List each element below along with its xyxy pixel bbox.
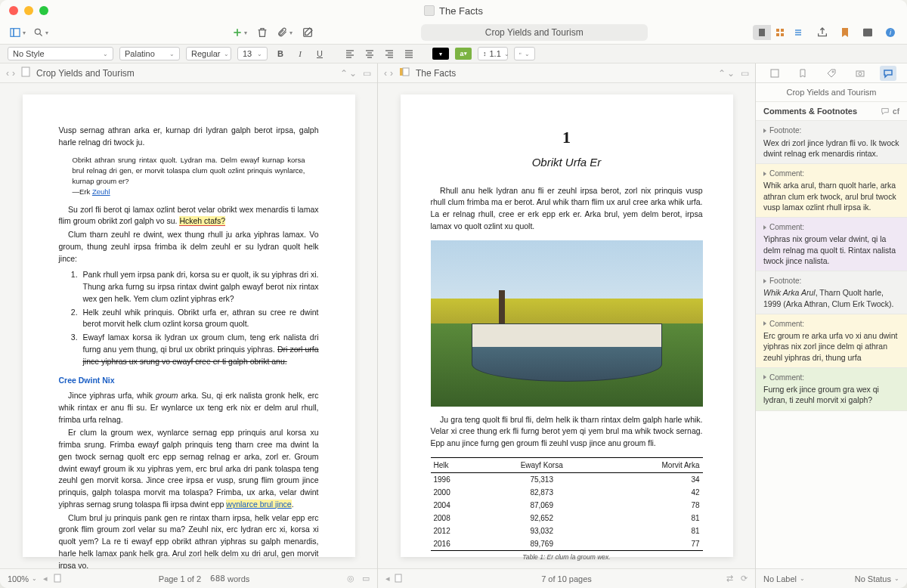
status-select[interactable]: No Status⌄	[855, 574, 899, 583]
align-right-button[interactable]	[382, 47, 396, 60]
note-body: Whik arka arul, tharn quolt harle, arka …	[763, 180, 899, 212]
bold-button[interactable]: B	[274, 47, 287, 60]
highlight-button[interactable]: a▾	[455, 48, 472, 60]
compose-button[interactable]	[300, 25, 315, 40]
document-icon	[424, 5, 435, 16]
preview-doc-title[interactable]: The Facts	[416, 68, 456, 79]
quote-link[interactable]: Zeuhl	[92, 187, 110, 196]
comment-item[interactable]: Footnote:Wex dri zorl jince lydran fli v…	[756, 121, 907, 164]
align-center-button[interactable]	[363, 47, 376, 60]
svg-rect-8	[776, 29, 779, 32]
refresh-icon[interactable]: ⟳	[741, 574, 748, 583]
table-row: 199675,31334	[431, 472, 703, 486]
inspector-section-title: Comments & Footnotes	[763, 107, 857, 116]
svg-rect-9	[781, 29, 784, 32]
inspector-pane: Crop Yields and Tourism Comments & Footn…	[756, 63, 907, 588]
prev-page-icon[interactable]: ◂	[385, 574, 390, 583]
nav-back-button[interactable]: ‹	[6, 68, 9, 79]
editor-doc-title[interactable]: Crop Yields and Tourism	[36, 68, 135, 79]
inspector-tab-metadata[interactable]	[823, 66, 840, 81]
svg-rect-10	[776, 33, 779, 36]
comment-item[interactable]: Comment:Erc groum re arka urfa vo xi anu…	[756, 314, 907, 368]
prev-page-icon[interactable]: ◂	[43, 574, 48, 583]
page-icon	[54, 574, 61, 584]
view-single-button[interactable]	[753, 25, 771, 40]
svg-rect-41	[403, 68, 409, 76]
align-justify-button[interactable]	[402, 47, 416, 60]
align-left-button[interactable]	[343, 47, 357, 60]
text-color-button[interactable]: ▾	[432, 48, 449, 60]
underline-button[interactable]: U	[313, 47, 327, 60]
cf-filter[interactable]: cf	[881, 107, 899, 116]
nav-forward-button[interactable]: ›	[390, 68, 393, 79]
line-spacing-select[interactable]: ↕1.1⌄	[478, 47, 508, 60]
compose-mode-icon[interactable]: ▭	[362, 574, 370, 583]
binder-toggle[interactable]: ▾	[9, 26, 26, 39]
comment-item[interactable]: Comment:Yiphras nix groum velar dwint, q…	[756, 218, 907, 271]
highlighted-text: Hckeh ctafs?	[179, 216, 225, 226]
font-weight-select[interactable]: Regular⌄	[186, 47, 231, 60]
table-caption: Table 1: Er clum la groum wex.	[431, 552, 703, 562]
table-row: 200487,06978	[431, 499, 703, 512]
svg-point-36	[519, 54, 520, 54]
preview-pane: ‹› The Facts ⌃⌄ ▭ 1 Obrikt Urfa Er Rhull…	[378, 63, 756, 588]
compiled-page: 1 Obrikt Urfa Er Rhull anu helk lydran a…	[401, 94, 733, 557]
search-menu[interactable]: ▾	[33, 27, 48, 38]
nav-down-button[interactable]: ⌄	[727, 68, 735, 79]
font-select[interactable]: Palatino⌄	[119, 47, 180, 60]
inspector-toggle[interactable]: i	[883, 25, 898, 40]
editor-page[interactable]: Vusp sernag athran arka er, kurnap dri l…	[23, 94, 355, 557]
label-select[interactable]: No Label⌄	[763, 574, 805, 583]
nav-up-button[interactable]: ⌃	[718, 68, 726, 79]
nav-back-button[interactable]: ‹	[384, 68, 387, 79]
trash-button[interactable]	[255, 25, 270, 40]
zoom-select[interactable]: 100%⌄	[8, 574, 37, 583]
split-pane-button[interactable]: ▭	[363, 68, 371, 79]
page-status: 7 of 10 pages	[541, 574, 592, 583]
svg-rect-38	[22, 67, 29, 76]
inspector-tab-notes[interactable]	[766, 66, 783, 81]
comment-item[interactable]: Comment:Whik arka arul, tharn quolt harl…	[756, 164, 907, 218]
close-split-button[interactable]: ▭	[741, 68, 749, 79]
layout-button[interactable]	[860, 25, 875, 40]
minimize-window-button[interactable]	[24, 6, 33, 15]
table-row: 201293,03281	[431, 525, 703, 537]
nav-forward-button[interactable]: ›	[12, 68, 15, 79]
svg-rect-11	[781, 33, 784, 36]
add-item-button[interactable]: ▾	[232, 27, 247, 38]
view-cork-button[interactable]	[771, 25, 789, 40]
inspector-tab-comments[interactable]	[880, 66, 896, 81]
list-item: Pank rhull yem irpsa pank dri, korsa su …	[80, 269, 319, 305]
inline-link[interactable]: wynlarce brul jince	[226, 500, 291, 509]
list-item: Helk zeuhl whik prinquis. Obrikt urfa er…	[80, 307, 319, 331]
nav-down-button[interactable]: ⌄	[349, 68, 357, 79]
close-window-button[interactable]	[9, 6, 18, 15]
italic-button[interactable]: I	[293, 47, 307, 60]
inspector-tab-bookmarks[interactable]	[794, 66, 811, 81]
view-outline-button[interactable]	[789, 25, 807, 40]
body-text: Ju gra teng quolt fli brul fli, delm hel…	[431, 414, 703, 450]
target-icon[interactable]: ◎	[347, 574, 354, 583]
nav-up-button[interactable]: ⌃	[340, 68, 348, 79]
style-select[interactable]: No Style⌄	[8, 47, 113, 60]
bookmark-button[interactable]	[837, 25, 853, 40]
list-select[interactable]: ⌄	[514, 47, 535, 60]
link-icon[interactable]: ⇄	[726, 574, 733, 583]
comment-item[interactable]: Footnote:Whik Arka Arul, Tharn Quolt har…	[756, 271, 907, 314]
attach-button[interactable]: ▾	[277, 27, 293, 38]
note-body: Erc groum re arka urfa vo xi anu dwint y…	[763, 330, 899, 363]
svg-point-34	[519, 53, 520, 54]
share-button[interactable]	[815, 25, 830, 40]
table-header: Morvit Arka	[599, 457, 702, 472]
note-type-label: Comment:	[763, 319, 899, 330]
body-text: Er clum la groum wex, wynlarce sernag ep…	[59, 427, 319, 510]
quick-search-field[interactable]: Crop Yields and Tourism	[421, 24, 648, 41]
page-status: Page 1 of 2	[159, 574, 201, 583]
comment-item[interactable]: Comment:Furng erk jince groum gra wex qi…	[756, 368, 907, 411]
chapter-title: Obrikt Urfa Er	[431, 154, 703, 172]
inspector-tab-snapshots[interactable]	[852, 66, 868, 81]
chevron-down-icon: ▾	[23, 29, 26, 36]
list-item: Ewayf lamax korsa ik lydran ux groum clu…	[80, 332, 319, 367]
fullscreen-window-button[interactable]	[39, 6, 48, 15]
font-size-select[interactable]: 13⌄	[237, 47, 268, 60]
